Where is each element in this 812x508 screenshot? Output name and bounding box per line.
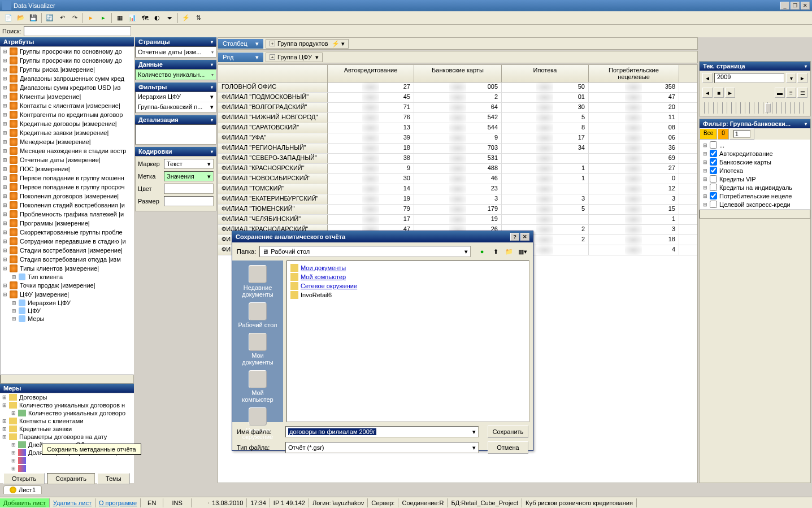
themes-button[interactable]: Темы xyxy=(97,473,130,484)
row-header[interactable]: ГОЛОВНОЙ ОФИС xyxy=(218,83,328,92)
grid-cell[interactable]: 71 xyxy=(328,103,414,112)
detail-header[interactable]: Детализация▾ xyxy=(135,115,216,124)
year-select[interactable]: 2009 xyxy=(714,73,784,83)
filetype-select[interactable]: Отчёт (*.gsr)▾ xyxy=(285,442,479,453)
file-item[interactable]: Сетевое окружение xyxy=(289,281,527,290)
tree-item[interactable]: Сотрудники передавшие в стадию |и xyxy=(1,237,133,246)
row-header[interactable]: ФИЛИАЛ "КРАСНОЯРСКИЙ" xyxy=(218,164,328,173)
column-value[interactable]: +Группа продуктов⚡ ▾ xyxy=(266,39,349,49)
grid-cell[interactable]: 3 xyxy=(414,194,502,204)
dialog-close-button[interactable]: ✕ xyxy=(520,233,529,241)
tree-item[interactable]: ЦФУ |измерение| xyxy=(1,290,133,299)
open-button[interactable]: Открыть xyxy=(3,473,45,484)
tree-item[interactable]: Группы просрочки по основному до xyxy=(1,47,133,56)
nav-play-icon[interactable]: ► xyxy=(725,88,735,98)
row-header[interactable]: ФИЛИАЛ "НИЖНИЙ НОВГОРОД" xyxy=(218,113,328,123)
gauge-icon[interactable]: ◐ xyxy=(151,12,163,24)
tree-item[interactable]: Контрагенты по кредитным договор xyxy=(1,110,133,119)
refresh-icon[interactable]: 🔄 xyxy=(44,12,55,24)
dialog-titlebar[interactable]: Сохранение аналитического отчёта ? ✕ xyxy=(232,231,533,242)
undo-icon[interactable]: ↶ xyxy=(57,12,68,24)
tree-item[interactable]: Точки продаж |измерение| xyxy=(1,281,133,290)
grid-cell[interactable]: 27 xyxy=(589,164,679,173)
detail-value[interactable] xyxy=(135,124,216,145)
add-sheet-link[interactable]: Добавить лист xyxy=(0,498,50,507)
grid-cell[interactable]: 13 xyxy=(328,123,414,133)
tree-item[interactable]: Первое попадание в группу просроч xyxy=(1,183,133,192)
row-header[interactable]: ФИЛИАЛ "ВОЛГОГРАДСКИЙ" xyxy=(218,103,328,112)
play-icon[interactable]: ▸ xyxy=(85,12,97,24)
tree-item[interactable]: Программы |измерение| xyxy=(1,219,133,228)
filter-checkbox[interactable] xyxy=(710,175,717,183)
places-item[interactable]: Мои документы xyxy=(235,333,280,366)
grid-cell[interactable]: 179 xyxy=(414,205,502,214)
mode1-icon[interactable]: ▬ xyxy=(775,88,785,98)
sort-icon[interactable]: ⇅ xyxy=(193,12,204,24)
redo-icon[interactable]: ↷ xyxy=(69,12,80,24)
up-icon[interactable]: ⬆ xyxy=(490,246,501,257)
grid-cell[interactable]: 01 xyxy=(502,93,589,102)
grid-cell[interactable]: 46 xyxy=(414,174,502,184)
grid-cell[interactable]: 38 xyxy=(328,154,414,163)
filter-checkbox-item[interactable]: Кредиты VIP xyxy=(701,175,809,183)
grid-cell[interactable]: 30 xyxy=(328,174,414,184)
filter-checkbox-item[interactable]: Автокредитование xyxy=(701,149,809,158)
filter-tab-0[interactable]: 0 xyxy=(718,128,729,140)
grid-cell[interactable]: 76 xyxy=(328,113,414,123)
column-header[interactable]: Ипотека xyxy=(502,65,589,82)
tree-item[interactable]: Кредитные заявки |измерение| xyxy=(1,128,133,137)
grid-cell[interactable]: 30 xyxy=(502,103,589,112)
grid-cell[interactable]: 27 xyxy=(328,83,414,92)
filter-checkbox-item[interactable]: Целевой экспресс-креди xyxy=(701,200,809,209)
filter-list[interactable]: ...АвтокредитованиеБанковские картыИпоте… xyxy=(700,140,810,210)
grid-cell[interactable]: 1 xyxy=(502,164,589,173)
data-value[interactable]: Количество уникальн...▾ xyxy=(135,69,216,80)
attr-scrollbar-h[interactable] xyxy=(0,375,134,384)
grid-cell[interactable]: 3 xyxy=(589,194,679,204)
filter-checkbox-item[interactable]: Банковские карты xyxy=(701,158,809,166)
grid-cell[interactable]: 20 xyxy=(589,103,679,112)
filename-input[interactable]: договоры по филиалам 2009г▾ xyxy=(285,426,479,437)
measure-item[interactable] xyxy=(9,464,134,472)
grid-cell[interactable]: 0 xyxy=(589,174,679,184)
chart-icon[interactable]: 📊 xyxy=(127,12,138,24)
encoding-header[interactable]: Кодировки▾ xyxy=(135,147,216,156)
file-item[interactable]: Мой компьютер xyxy=(289,272,527,281)
measures-tree[interactable]: ДоговорыКоличество уникальных договоров … xyxy=(0,393,134,483)
grid-cell[interactable] xyxy=(502,184,589,194)
color-select[interactable] xyxy=(164,184,214,194)
grid-cell[interactable]: 2 xyxy=(414,93,502,102)
measure-item[interactable] xyxy=(9,457,134,464)
places-item[interactable]: Сетевое окружение xyxy=(235,407,280,440)
dialog-help-button[interactable]: ? xyxy=(510,233,519,241)
grid-cell[interactable]: 50 xyxy=(502,83,589,92)
filter-item[interactable]: Группа-банковский п...▾ xyxy=(136,102,216,112)
row-value[interactable]: +Группа ЦФУ▾ xyxy=(266,53,323,62)
restore-button[interactable]: ❐ xyxy=(791,2,800,10)
tree-item[interactable]: Месяцев нахождения в стадии востр xyxy=(1,146,133,155)
page-prev-icon[interactable]: ◄ xyxy=(702,73,713,83)
column-header[interactable]: Потребительские нецелевые xyxy=(589,65,679,82)
grid-cell[interactable]: 12 xyxy=(589,184,679,194)
grid-cell[interactable]: 531 xyxy=(414,154,502,163)
filter-checkbox[interactable] xyxy=(710,158,717,166)
tree-item[interactable]: Проблемность графика платежей |и xyxy=(1,210,133,219)
grid-cell[interactable]: 64 xyxy=(414,103,502,112)
row-header[interactable]: ФИЛИАЛ "ЕКАТЕРИНБУРГСКИЙ" xyxy=(218,194,328,204)
grid-cell[interactable]: 08 xyxy=(589,123,679,133)
measure-item[interactable]: Кредитные заявки xyxy=(0,425,134,433)
grid-cell[interactable]: 06 xyxy=(589,133,679,143)
grid-cell[interactable]: 36 xyxy=(589,144,679,153)
column-header[interactable]: Автокредитование xyxy=(328,65,414,82)
grid-cell[interactable]: 1 xyxy=(502,174,589,184)
grid-cell[interactable]: 39 xyxy=(328,133,414,143)
marker-select[interactable]: Текст▾ xyxy=(164,159,214,169)
tree-item[interactable]: ЦФУ xyxy=(10,307,133,315)
data-header[interactable]: Данные▾ xyxy=(135,60,216,69)
grid-cell[interactable]: 3 xyxy=(589,225,679,235)
filter-checkbox[interactable] xyxy=(710,150,717,157)
grid-cell[interactable]: 9 xyxy=(414,133,502,143)
grid-cell[interactable]: 18 xyxy=(328,144,414,153)
grid-cell[interactable]: 542 xyxy=(414,113,502,123)
dropdown-icon[interactable]: ⏷ xyxy=(164,12,175,24)
